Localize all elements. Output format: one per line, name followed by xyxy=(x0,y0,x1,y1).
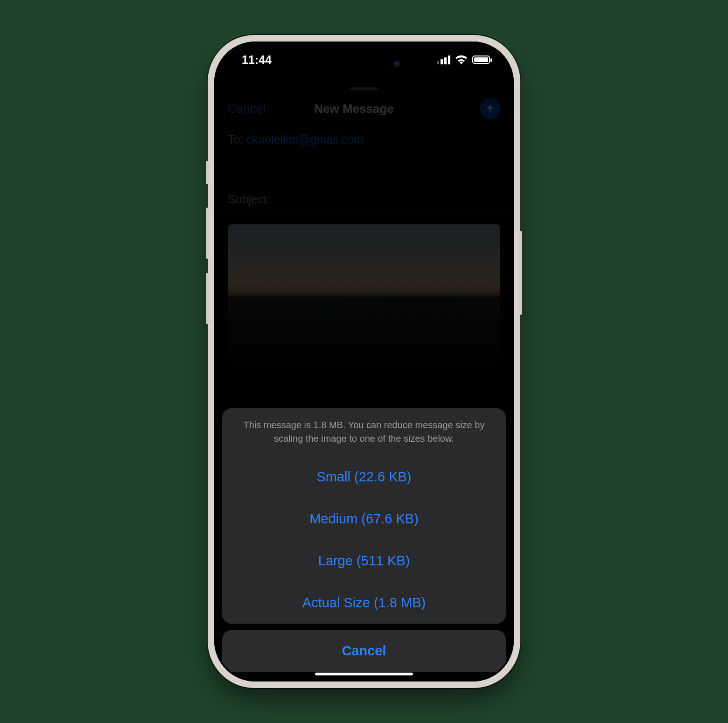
home-indicator[interactable] xyxy=(315,673,413,675)
side-button-power xyxy=(518,231,522,315)
battery-icon xyxy=(472,56,490,64)
action-sheet-info: This message is 1.8 MB. You can reduce m… xyxy=(222,408,506,456)
size-option-actual[interactable]: Actual Size (1.8 MB) xyxy=(222,582,506,624)
side-button-vol-down xyxy=(206,273,210,324)
size-option-large[interactable]: Large (511 KB) xyxy=(222,540,506,582)
size-option-small[interactable]: Small (22.6 KB) xyxy=(222,456,506,498)
side-button-silence xyxy=(206,161,210,184)
side-button-vol-up xyxy=(206,208,210,259)
action-sheet-cancel-button[interactable]: Cancel xyxy=(222,630,506,672)
cell-signal-icon xyxy=(437,56,450,64)
image-size-action-sheet: This message is 1.8 MB. You can reduce m… xyxy=(222,408,506,672)
wifi-icon xyxy=(455,55,468,64)
front-camera-icon xyxy=(393,60,402,69)
status-time: 11:44 xyxy=(242,53,272,67)
size-option-medium[interactable]: Medium (67.6 KB) xyxy=(222,498,506,540)
dynamic-island xyxy=(320,54,408,75)
phone-frame: 11:44 xyxy=(208,35,520,688)
